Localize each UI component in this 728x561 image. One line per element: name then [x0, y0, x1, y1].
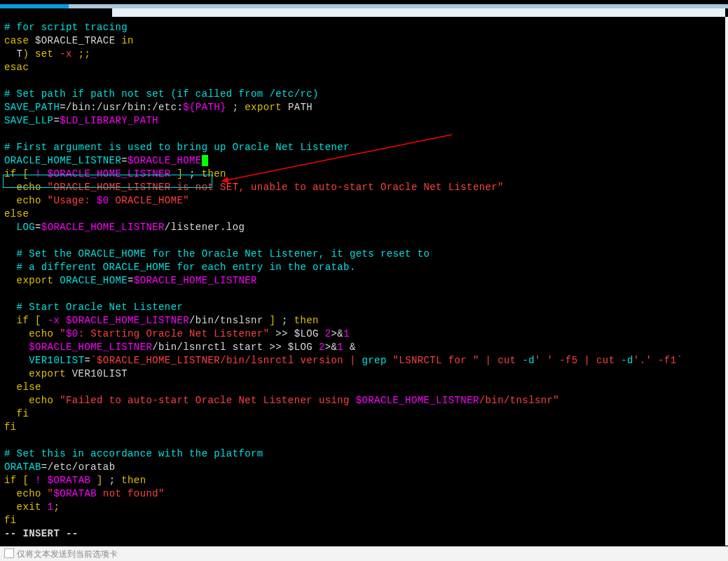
code-line — [4, 74, 725, 88]
code-line: SAVE_PATH=/bin:/usr/bin:/etc:${PATH} ; e… — [4, 101, 725, 114]
code-line: export ORACLE_HOME=$ORACLE_HOME_LISTNER — [4, 274, 725, 288]
vim-mode-line: -- INSERT -- — [4, 527, 725, 541]
send-to-current-tab-checkbox[interactable] — [4, 548, 14, 558]
code-line: echo "ORACLE_HOME_LISTNER is not SET, un… — [4, 181, 725, 194]
code-line — [4, 434, 725, 447]
status-bar-label: 仅将文本发送到当前选项卡 — [17, 549, 118, 559]
code-line: echo "Usage: $0 ORACLE_HOME" — [4, 194, 725, 208]
code-line — [4, 128, 725, 141]
code-line: if [ ! $ORATAB ] ; then — [4, 474, 725, 487]
status-bar: 仅将文本发送到当前选项卡 — [0, 546, 728, 561]
code-line: echo "$ORATAB not found" — [4, 487, 725, 501]
tab-active-indicator[interactable] — [0, 4, 69, 8]
vertical-scrollbar[interactable] — [725, 17, 728, 546]
code-line: fi — [4, 514, 725, 527]
code-line: # for script tracing — [4, 21, 725, 34]
code-line: LOG=$ORACLE_HOME_LISTNER/listener.log — [4, 221, 725, 234]
code-line — [4, 288, 725, 301]
code-line: # Set path if path not set (if called fr… — [4, 88, 725, 101]
terminal-editor[interactable]: # for script tracing case $ORACLE_TRACE … — [0, 17, 725, 547]
code-line: echo "$0: Starting Oracle Net Listener" … — [4, 327, 725, 341]
code-line: SAVE_LLP=$LD_LIBRARY_PATH — [4, 114, 725, 128]
code-line: export VER10LIST — [4, 367, 725, 381]
code-line: if [ ! $ORACLE_HOME_LISTNER ] ; then — [4, 168, 725, 181]
code-line: ORATAB=/etc/oratab — [4, 461, 725, 474]
code-line: # Set this in accordance with the platfo… — [4, 447, 725, 461]
code-line: $ORACLE_HOME_LISTNER/bin/lsnrctl start >… — [4, 341, 725, 354]
code-line: fi — [4, 407, 725, 421]
tab-bar — [0, 4, 728, 17]
code-line: esac — [4, 61, 725, 74]
code-line: fi — [4, 421, 725, 434]
code-line: if [ -x $ORACLE_HOME_LISTNER/bin/tnslsnr… — [4, 314, 725, 327]
code-line: # Set the ORACLE_HOME for the Oracle Net… — [4, 248, 725, 261]
code-line — [4, 234, 725, 248]
code-line: T) set -x ;; — [4, 48, 725, 61]
cursor-block — [202, 155, 208, 166]
code-line: # a different ORACLE_HOME for each entry… — [4, 261, 725, 274]
code-line: exit 1; — [4, 501, 725, 514]
code-line: # Start Oracle Net Listener — [4, 301, 725, 314]
code-line: # First argument is used to bring up Ora… — [4, 141, 725, 154]
code-line: echo "Failed to auto-start Oracle Net Li… — [4, 394, 725, 407]
tab-bar-background — [112, 8, 725, 17]
code-line-highlighted: ORACLE_HOME_LISTNER=$ORACLE_HOME — [4, 154, 725, 168]
code-line: case $ORACLE_TRACE in — [4, 34, 725, 48]
code-line: VER10LIST=`$ORACLE_HOME_LISTNER/bin/lsnr… — [4, 354, 725, 367]
code-line: else — [4, 208, 725, 221]
code-line: else — [4, 381, 725, 394]
